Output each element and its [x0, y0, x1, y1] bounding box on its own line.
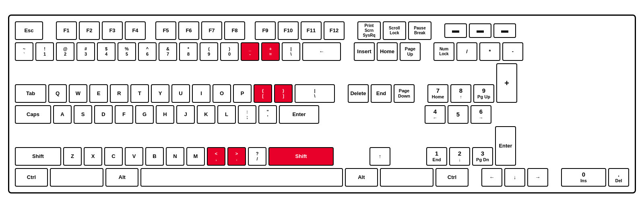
key-minus[interactable]: _-	[241, 42, 259, 61]
key-z[interactable]: Z	[63, 147, 82, 166]
key-numpad-minus[interactable]: -	[502, 42, 523, 61]
key-p[interactable]: P	[233, 84, 252, 103]
key-page-down[interactable]: PageDown	[394, 84, 415, 103]
key-numpad-4[interactable]: 4←	[425, 105, 446, 124]
key-numpad-decimal[interactable]: .Del	[608, 168, 629, 187]
key-scroll-lock[interactable]: ScrollLock	[383, 21, 406, 40]
key-7[interactable]: &7	[159, 42, 177, 61]
key-f11[interactable]: F11	[301, 21, 322, 40]
key-f12[interactable]: F12	[324, 21, 345, 40]
key-end[interactable]: End	[371, 84, 392, 103]
key-numpad-5[interactable]: 5	[448, 105, 469, 124]
key-k[interactable]: K	[197, 105, 215, 124]
key-numpad-6[interactable]: 6→	[471, 105, 491, 124]
key-i[interactable]: I	[192, 84, 211, 103]
key-num-lock[interactable]: NumLock	[433, 42, 454, 61]
key-u[interactable]: U	[171, 84, 190, 103]
key-insert[interactable]: Insert	[354, 42, 375, 61]
key-g[interactable]: G	[135, 105, 154, 124]
key-equals[interactable]: +=	[261, 42, 280, 61]
key-a[interactable]: A	[53, 105, 72, 124]
key-numpad-2[interactable]: 2↓	[449, 147, 470, 166]
key-e[interactable]: E	[89, 84, 108, 103]
key-tilde[interactable]: ~`	[15, 42, 33, 61]
key-v[interactable]: V	[125, 147, 143, 166]
key-6[interactable]: ^6	[138, 42, 157, 61]
key-q[interactable]: Q	[48, 84, 67, 103]
key-9[interactable]: (9	[200, 42, 218, 61]
key-numpad-3[interactable]: 3Pg Dn	[472, 147, 493, 166]
key-right-alt[interactable]: Alt	[345, 168, 378, 187]
key-numpad-asterisk[interactable]: *	[479, 42, 500, 61]
key-media-1[interactable]: ▬	[444, 23, 467, 38]
key-r[interactable]: R	[110, 84, 128, 103]
key-backslash[interactable]: |\	[295, 84, 335, 103]
key-tab[interactable]: Tab	[15, 84, 46, 103]
key-pause-break[interactable]: PauseBreak	[408, 21, 431, 40]
key-numpad-1[interactable]: 1End	[426, 147, 447, 166]
key-5[interactable]: %5	[118, 42, 136, 61]
key-numpad-enter[interactable]: Enter	[495, 126, 516, 166]
key-numpad-plus[interactable]: +	[496, 63, 517, 103]
key-c[interactable]: C	[104, 147, 123, 166]
key-w[interactable]: W	[69, 84, 87, 103]
key-3[interactable]: #3	[76, 42, 95, 61]
key-esc[interactable]: Esc	[15, 21, 43, 40]
key-backslash-top[interactable]: |\	[282, 42, 300, 61]
key-enter[interactable]: Enter	[279, 105, 319, 124]
key-open-bracket[interactable]: {[	[254, 84, 272, 103]
key-left-shift[interactable]: Shift	[15, 147, 61, 166]
key-f9[interactable]: F9	[255, 21, 276, 40]
key-slash[interactable]: ?/	[248, 147, 266, 166]
key-f1[interactable]: F1	[56, 21, 77, 40]
key-delete[interactable]: Delete	[348, 84, 369, 103]
key-j[interactable]: J	[176, 105, 195, 124]
key-numpad-0[interactable]: 0Ins	[561, 168, 606, 187]
key-semicolon[interactable]: :;	[238, 105, 256, 124]
key-h[interactable]: H	[156, 105, 174, 124]
key-f8[interactable]: F8	[224, 21, 245, 40]
key-f7[interactable]: F7	[201, 21, 222, 40]
key-left-blank[interactable]	[50, 168, 103, 187]
key-f4[interactable]: F4	[125, 21, 146, 40]
key-s[interactable]: S	[74, 105, 92, 124]
key-left-ctrl[interactable]: Ctrl	[15, 168, 48, 187]
key-quote[interactable]: "'	[258, 105, 277, 124]
key-caps-lock[interactable]: Caps	[15, 105, 51, 124]
key-left-alt[interactable]: Alt	[105, 168, 138, 187]
key-m[interactable]: M	[186, 147, 205, 166]
key-right-shift[interactable]: Shift	[268, 147, 334, 166]
key-media-3[interactable]: ▬	[493, 23, 516, 38]
key-8[interactable]: *8	[179, 42, 198, 61]
key-period[interactable]: >.	[227, 147, 246, 166]
key-1[interactable]: !1	[35, 42, 54, 61]
key-t[interactable]: T	[130, 84, 149, 103]
key-o[interactable]: O	[213, 84, 231, 103]
key-backspace[interactable]: ←	[302, 42, 341, 61]
key-2[interactable]: @2	[56, 42, 74, 61]
key-f2[interactable]: F2	[79, 21, 100, 40]
key-arrow-right[interactable]: →	[527, 168, 548, 187]
key-4[interactable]: $4	[97, 42, 116, 61]
key-close-bracket[interactable]: }]	[274, 84, 293, 103]
key-d[interactable]: D	[94, 105, 113, 124]
key-numpad-9[interactable]: 9Pg Up	[473, 84, 494, 103]
key-f6[interactable]: F6	[178, 21, 199, 40]
key-right-blank[interactable]	[380, 168, 433, 187]
key-page-up[interactable]: PageUp	[400, 42, 421, 61]
key-numpad-7[interactable]: 7Home	[427, 84, 448, 103]
key-f10[interactable]: F10	[278, 21, 299, 40]
key-print-screen[interactable]: PrintScrnSysRq	[357, 21, 381, 40]
key-spacebar[interactable]	[140, 168, 343, 187]
key-arrow-left[interactable]: ←	[481, 168, 502, 187]
key-home[interactable]: Home	[377, 42, 398, 61]
key-numpad-8[interactable]: 8↑	[450, 84, 471, 103]
key-0[interactable]: )0	[220, 42, 239, 61]
key-arrow-up[interactable]: ↑	[369, 147, 390, 166]
key-f3[interactable]: F3	[102, 21, 123, 40]
key-n[interactable]: N	[166, 147, 184, 166]
key-y[interactable]: Y	[151, 84, 169, 103]
key-f5[interactable]: F5	[155, 21, 176, 40]
key-b[interactable]: B	[145, 147, 164, 166]
key-numpad-slash[interactable]: /	[456, 42, 477, 61]
